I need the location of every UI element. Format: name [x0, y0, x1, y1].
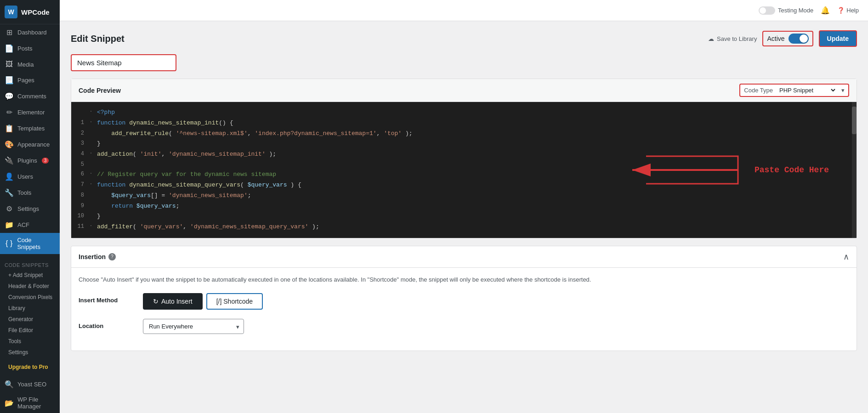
auto-insert-button[interactable]: ↻ Auto Insert: [143, 293, 203, 310]
sidebar-item-users[interactable]: 👤 Users: [0, 169, 60, 185]
help-button[interactable]: ❓ Help: [837, 7, 859, 14]
sidebar-item-label: Users: [17, 173, 33, 180]
sidebar-item-label: Elementor: [17, 109, 45, 116]
insertion-title-group: Insertion ?: [79, 253, 116, 260]
sidebar-item-label: Media: [17, 61, 34, 68]
refresh-icon: ↻: [153, 298, 159, 305]
paste-code-annotation: Paste Code Here: [618, 152, 829, 188]
location-select-wrapper: Run Everywhere Site Wide Header Site Wid…: [143, 319, 244, 334]
page-title: Edit Snippet: [71, 34, 125, 44]
sidebar-logo: W WPCode: [0, 0, 60, 24]
acf-icon: 📁: [5, 221, 14, 229]
sidebar-item-label: Comments: [17, 93, 46, 100]
topbar: Testing Mode 🔔 ❓ Help: [60, 0, 868, 21]
code-preview-header: Code Preview Code Type PHP Snippet HTML …: [71, 79, 857, 102]
code-editor[interactable]: · <?php 1 · function dynamic_news_sitema…: [71, 102, 857, 238]
active-toggle-group: Active: [762, 31, 813, 46]
settings-icon: ⚙: [5, 204, 14, 213]
sidebar-subitem-settings[interactable]: Settings: [0, 347, 60, 358]
code-line-8: 8 $query_vars[] = 'dynamic_news_sitemap'…: [71, 191, 857, 201]
sidebar-subitem-library[interactable]: Library: [0, 303, 60, 314]
elementor-icon: ✏: [5, 108, 14, 117]
insertion-collapse-icon[interactable]: ∧: [843, 252, 849, 262]
page-header: Edit Snippet ☁ Save to Library Active Up…: [71, 30, 857, 47]
insertion-header[interactable]: Insertion ? ∧: [71, 246, 857, 268]
help-icon: ❓: [837, 7, 845, 14]
plugins-badge: 3: [42, 158, 49, 164]
sidebar-item-label: Plugins: [17, 157, 37, 164]
insertion-section: Insertion ? ∧ Choose "Auto Insert" if yo…: [71, 246, 857, 351]
paste-code-label: Paste Code Here: [755, 165, 829, 175]
active-toggle[interactable]: [789, 34, 809, 44]
code-line-3: 3 }: [71, 139, 857, 149]
sidebar-item-plugins[interactable]: 🔌 Plugins 3: [0, 153, 60, 169]
insertion-help-icon[interactable]: ?: [108, 253, 116, 260]
location-row: Location Run Everywhere Site Wide Header…: [79, 319, 849, 334]
sidebar-subitem-generator[interactable]: Generator: [0, 314, 60, 325]
sidebar-item-settings[interactable]: ⚙ Settings: [0, 201, 60, 217]
code-type-group: Code Type PHP Snippet HTML Snippet CSS S…: [739, 84, 849, 97]
sidebar-item-media[interactable]: 🖼 Media: [0, 57, 60, 72]
code-type-select[interactable]: PHP Snippet HTML Snippet CSS Snippet Jav…: [777, 86, 837, 94]
header-actions: ☁ Save to Library Active Update: [708, 30, 857, 47]
auto-insert-label: Auto Insert: [161, 298, 193, 305]
snippet-name-wrapper: [71, 54, 857, 71]
insertion-description: Choose "Auto Insert" if you want the sni…: [79, 275, 849, 284]
sidebar-item-label: Appearance: [17, 141, 50, 148]
insertion-body: Choose "Auto Insert" if you want the sni…: [71, 268, 857, 351]
code-snippets-section: Code Snippets: [0, 258, 60, 270]
scrollbar-thumb: [852, 107, 857, 134]
main-area: Testing Mode 🔔 ❓ Help Edit Snippet ☁ Sav…: [60, 0, 868, 413]
location-select[interactable]: Run Everywhere Site Wide Header Site Wid…: [143, 319, 244, 334]
sidebar-subitem-file-editor[interactable]: File Editor: [0, 325, 60, 336]
arrow-icon: [618, 152, 747, 188]
sidebar-item-code-snippets[interactable]: { } Code Snippets: [0, 233, 60, 254]
sidebar-item-tools[interactable]: 🔧 Tools: [0, 185, 60, 201]
update-button[interactable]: Update: [819, 30, 857, 47]
sidebar-logo-text: WPCode: [21, 8, 50, 16]
sidebar-item-dashboard[interactable]: ⊞ Dashboard: [0, 24, 60, 40]
sidebar-item-label: Dashboard: [17, 29, 47, 36]
sidebar-item-pages[interactable]: 📃 Pages: [0, 72, 60, 88]
sidebar-item-templates[interactable]: 📋 Templates: [0, 120, 60, 136]
notifications-icon[interactable]: 🔔: [821, 6, 830, 15]
sidebar-item-elementor[interactable]: ✏ Elementor: [0, 104, 60, 120]
sidebar-item-wp-file-manager[interactable]: 📂 WP File Manager: [0, 392, 60, 413]
code-preview-section: Code Preview Code Type PHP Snippet HTML …: [71, 79, 857, 238]
sidebar-subitem-upgrade[interactable]: Upgrade to Pro: [0, 362, 60, 373]
sidebar-item-label: Posts: [17, 45, 33, 52]
sidebar-item-posts[interactable]: 📄 Posts: [0, 40, 60, 57]
dashboard-icon: ⊞: [5, 28, 14, 37]
save-to-library-button[interactable]: ☁ Save to Library: [708, 35, 757, 42]
sidebar-item-label: Pages: [17, 77, 34, 84]
shortcode-label: [/] Shortcode: [216, 298, 253, 305]
shortcode-button[interactable]: [/] Shortcode: [206, 293, 263, 310]
sidebar-item-label: Templates: [17, 125, 45, 132]
sidebar: W WPCode ⊞ Dashboard 📄 Posts 🖼 Media 📃 P…: [0, 0, 60, 413]
sidebar-subitem-add-snippet[interactable]: + Add Snippet: [0, 270, 60, 281]
plugins-icon: 🔌: [5, 156, 14, 165]
comments-icon: 💬: [5, 92, 14, 101]
insertion-title: Insertion: [79, 253, 106, 260]
sidebar-subitem-tools[interactable]: Tools: [0, 336, 60, 347]
testing-mode-group: Testing Mode: [759, 6, 813, 15]
testing-mode-toggle[interactable]: [759, 6, 775, 15]
code-line-11: 11 · add_filter( 'query_vars', 'dynamic_…: [71, 222, 857, 232]
file-manager-icon: 📂: [5, 399, 14, 407]
location-field-content: Run Everywhere Site Wide Header Site Wid…: [143, 319, 849, 334]
snippet-name-input[interactable]: [71, 54, 176, 71]
sidebar-item-label: Yoast SEO: [17, 381, 46, 388]
sidebar-item-appearance[interactable]: 🎨 Appearance: [0, 136, 60, 153]
sidebar-subitem-header-footer[interactable]: Header & Footer: [0, 281, 60, 292]
yoast-icon: 🔍: [5, 380, 14, 389]
code-type-label: Code Type: [744, 87, 773, 94]
sidebar-item-comments[interactable]: 💬 Comments: [0, 88, 60, 104]
code-snippets-icon: { }: [5, 239, 13, 248]
templates-icon: 📋: [5, 124, 14, 133]
sidebar-subitem-conversion-pixels[interactable]: Conversion Pixels: [0, 292, 60, 303]
code-line-1: 1 · function dynamic_news_sitemap_init()…: [71, 118, 857, 129]
sidebar-item-label: ACF: [17, 221, 29, 228]
sidebar-item-yoast[interactable]: 🔍 Yoast SEO: [0, 376, 60, 392]
sidebar-item-acf[interactable]: 📁 ACF: [0, 217, 60, 233]
code-editor-scrollbar[interactable]: [852, 102, 857, 238]
